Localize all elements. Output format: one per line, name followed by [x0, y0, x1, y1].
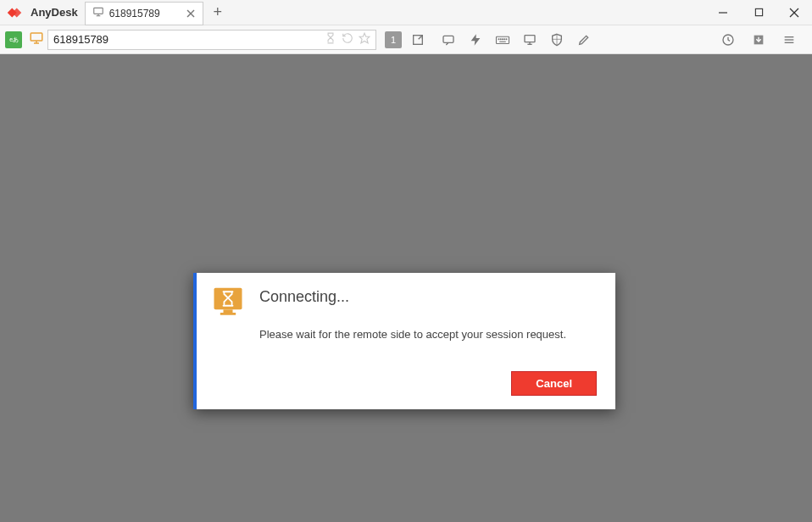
keyboard-button[interactable] [492, 29, 514, 51]
hourglass-icon [325, 32, 336, 47]
svg-point-21 [504, 38, 505, 39]
monitor-status-icon [29, 31, 44, 48]
app-name: AnyDesk [31, 6, 78, 19]
close-window-button[interactable] [776, 0, 812, 25]
download-button[interactable] [748, 29, 770, 51]
permissions-button[interactable] [546, 29, 568, 51]
svg-rect-24 [525, 35, 535, 42]
maximize-button[interactable] [741, 0, 776, 25]
chat-button[interactable] [437, 29, 459, 51]
svg-marker-13 [359, 33, 370, 43]
minimize-button[interactable] [705, 0, 741, 25]
dialog-message: Please wait for the remote side to accep… [259, 328, 597, 341]
whiteboard-button[interactable] [573, 29, 595, 51]
app-logo [0, 3, 31, 22]
session-tab[interactable]: 618915789 [85, 2, 203, 25]
history-button[interactable] [717, 29, 739, 51]
tab-close-button[interactable] [182, 5, 199, 22]
svg-rect-10 [31, 33, 42, 41]
anydesk-logo-icon [5, 3, 24, 22]
address-bar[interactable] [47, 30, 376, 50]
tab-label: 618915789 [109, 8, 182, 19]
svg-rect-17 [497, 36, 509, 43]
translate-badge-icon[interactable]: eあ [5, 31, 22, 48]
svg-rect-0 [93, 8, 103, 14]
svg-rect-35 [224, 309, 233, 313]
svg-rect-36 [220, 313, 236, 315]
menu-button[interactable] [778, 29, 800, 51]
screen-number-badge[interactable]: 1 [385, 31, 402, 48]
dialog-title: Connecting... [259, 288, 597, 306]
cancel-button[interactable]: Cancel [511, 371, 597, 396]
remote-screen-area: Connecting... Please wait for the remote… [0, 54, 812, 522]
address-input[interactable] [53, 33, 325, 46]
actions-button[interactable] [464, 29, 487, 51]
display-settings-button[interactable] [519, 29, 541, 51]
connecting-hourglass-icon [209, 285, 247, 322]
toolbar: eあ 1 [0, 25, 812, 54]
titlebar: AnyDesk 618915789 + [0, 0, 812, 25]
new-tab-button[interactable]: + [205, 1, 231, 25]
star-icon[interactable] [359, 32, 370, 47]
monitor-icon [92, 6, 104, 20]
svg-point-19 [500, 38, 501, 39]
window-controls [705, 0, 812, 25]
svg-rect-15 [443, 36, 453, 42]
connecting-dialog: Connecting... Please wait for the remote… [193, 273, 615, 409]
refresh-icon[interactable] [342, 32, 353, 47]
svg-rect-6 [755, 8, 762, 15]
svg-marker-16 [471, 34, 481, 45]
svg-point-18 [498, 38, 499, 39]
svg-point-20 [503, 38, 503, 39]
fullscreen-toggle-button[interactable] [407, 29, 429, 51]
svg-text:eあ: eあ [9, 36, 19, 43]
svg-point-22 [506, 38, 507, 39]
